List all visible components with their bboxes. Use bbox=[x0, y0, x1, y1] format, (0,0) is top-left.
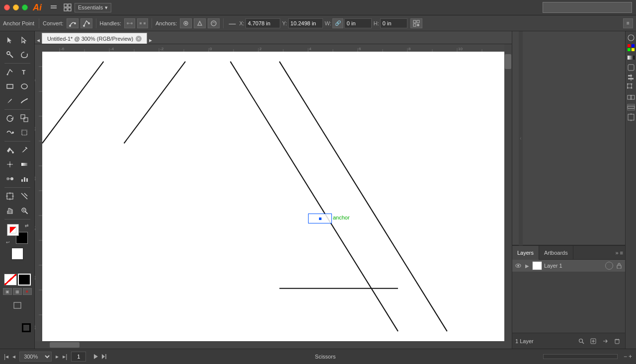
anchors-btn2[interactable] bbox=[194, 18, 206, 28]
layer-lock[interactable] bbox=[615, 262, 623, 270]
pathfinder-icon[interactable] bbox=[627, 93, 636, 102]
right-panel-icons bbox=[625, 31, 636, 349]
tab-close-btn[interactable]: × bbox=[136, 36, 142, 42]
selection-tool[interactable] bbox=[3, 33, 17, 47]
color-mode-gradient[interactable]: ▦ bbox=[13, 288, 22, 295]
direct-selection-tool[interactable] bbox=[17, 33, 31, 47]
bridge-button[interactable] bbox=[47, 2, 61, 13]
fill-swatch[interactable] bbox=[7, 224, 19, 236]
layer-item[interactable]: ▶ Layer 1 bbox=[512, 260, 625, 272]
mesh-tool[interactable] bbox=[3, 157, 17, 171]
svg-point-123 bbox=[628, 35, 634, 41]
swap-arrows[interactable]: ⇄ bbox=[25, 223, 29, 228]
transform-options-btn[interactable] bbox=[410, 18, 422, 28]
search-input[interactable] bbox=[543, 2, 632, 13]
scrollbar-thumb-v[interactable] bbox=[505, 54, 511, 69]
scale-tool[interactable] bbox=[17, 111, 31, 125]
minimize-button[interactable] bbox=[13, 4, 19, 10]
delete-layer-btn[interactable] bbox=[612, 336, 622, 346]
hand-tool[interactable] bbox=[3, 204, 17, 218]
type-tool[interactable]: T bbox=[17, 65, 31, 79]
convert-smooth-btn[interactable] bbox=[67, 18, 79, 28]
scrollbar-thumb-h[interactable] bbox=[50, 342, 80, 348]
arrange-button[interactable] bbox=[61, 2, 75, 13]
align-icon[interactable] bbox=[627, 73, 636, 82]
color-fill-display[interactable] bbox=[4, 274, 17, 286]
page-number-input[interactable] bbox=[71, 352, 86, 362]
rect-tool[interactable] bbox=[3, 79, 17, 93]
canvas-background[interactable]: anchor bbox=[42, 52, 504, 341]
reset-colors[interactable]: ↩ bbox=[6, 240, 10, 245]
search-layers-btn[interactable] bbox=[576, 336, 586, 346]
x-input[interactable] bbox=[245, 18, 280, 28]
magic-wand-tool[interactable] bbox=[3, 48, 17, 62]
zoom-tool[interactable] bbox=[17, 204, 31, 218]
gradient-icon[interactable] bbox=[627, 53, 636, 62]
document-tab[interactable]: Untitled-1* @ 300% (RGB/Preview) × bbox=[42, 33, 147, 44]
anchors-btn1[interactable] bbox=[180, 18, 192, 28]
layer-visibility-toggle[interactable] bbox=[514, 262, 522, 270]
nav-next-btn[interactable]: ▸ bbox=[56, 353, 59, 360]
fill-box[interactable] bbox=[11, 247, 24, 260]
free-transform-tool[interactable] bbox=[17, 126, 31, 140]
color-stroke-display[interactable] bbox=[18, 274, 31, 286]
convert-corner-btn[interactable] bbox=[80, 18, 92, 28]
tab-scroll-right[interactable]: ▸ bbox=[147, 37, 154, 44]
w-input[interactable] bbox=[344, 18, 372, 28]
vertical-scrollbar[interactable] bbox=[504, 44, 512, 341]
artboard[interactable]: anchor bbox=[42, 52, 504, 341]
slice-tool[interactable] bbox=[17, 189, 31, 203]
maximize-button[interactable] bbox=[22, 4, 28, 10]
nav-first-btn[interactable]: |◂ bbox=[4, 353, 8, 360]
horizontal-scrollbar[interactable] bbox=[35, 341, 504, 349]
options-extra-btn[interactable]: ≡ bbox=[623, 18, 633, 28]
nav-prev-btn[interactable]: ◂ bbox=[12, 353, 15, 360]
stroke-box[interactable] bbox=[22, 323, 31, 332]
gradient-tool[interactable] bbox=[17, 157, 31, 171]
color-mode-none[interactable]: ✕ bbox=[23, 288, 32, 295]
zoom-select[interactable]: 300% 200% 100% 50% bbox=[19, 352, 52, 362]
rotate-tool[interactable] bbox=[3, 111, 17, 125]
h-input[interactable] bbox=[380, 18, 407, 28]
panel-collapse-handle-left[interactable]: ‹ bbox=[519, 31, 523, 245]
eyedropper-tool[interactable] bbox=[17, 143, 31, 157]
close-button[interactable] bbox=[4, 4, 10, 10]
link-btn[interactable]: 🔗 bbox=[332, 18, 343, 28]
layer-target[interactable] bbox=[605, 262, 613, 270]
tab-scroll-left[interactable]: ◂ bbox=[35, 37, 42, 44]
canvas-wrapper[interactable]: -6 -4 -2 0 2 bbox=[35, 44, 512, 349]
zoom-in-btn[interactable]: + bbox=[629, 353, 632, 360]
anchors-btn3[interactable] bbox=[208, 18, 220, 28]
screen-mode-btn[interactable] bbox=[9, 298, 25, 312]
swatches-icon[interactable] bbox=[627, 43, 636, 52]
y-input[interactable] bbox=[288, 18, 323, 28]
pen-tool[interactable] bbox=[3, 65, 17, 79]
artboard-tool[interactable] bbox=[3, 189, 17, 203]
appearance-icon[interactable] bbox=[627, 63, 636, 72]
paintbucket-tool[interactable] bbox=[3, 143, 17, 157]
smooth-tool[interactable] bbox=[17, 94, 31, 108]
move-to-layer-btn[interactable] bbox=[600, 336, 610, 346]
panel-menu-icon[interactable]: ≡ bbox=[620, 250, 623, 256]
new-layer-btn[interactable] bbox=[588, 336, 598, 346]
zoom-out-btn[interactable]: − bbox=[624, 353, 627, 360]
layers-icon[interactable] bbox=[627, 103, 636, 112]
workspace-selector[interactable]: Essentials ▾ bbox=[75, 3, 111, 12]
nav-last-btn[interactable]: ▸| bbox=[63, 353, 67, 360]
tab-layers[interactable]: Layers bbox=[512, 246, 539, 260]
artboards-panel-icon[interactable] bbox=[627, 113, 636, 122]
color-icon[interactable] bbox=[627, 33, 636, 42]
warp-tool[interactable] bbox=[3, 126, 17, 140]
tab-artboards[interactable]: Artboards bbox=[539, 246, 573, 260]
ellipse-tool[interactable] bbox=[17, 79, 31, 93]
lasso-tool[interactable] bbox=[17, 48, 31, 62]
layer-expand-arrow[interactable]: ▶ bbox=[524, 263, 530, 269]
handles-btn1[interactable] bbox=[124, 18, 135, 28]
graph-tool[interactable] bbox=[17, 172, 31, 186]
panel-expand-icon[interactable]: » bbox=[615, 250, 618, 256]
handles-btn2[interactable] bbox=[137, 18, 148, 28]
blend-tool[interactable] bbox=[3, 172, 17, 186]
pencil-tool[interactable] bbox=[3, 94, 17, 108]
color-mode-normal[interactable]: ▣ bbox=[3, 288, 12, 295]
transform-icon[interactable] bbox=[627, 83, 636, 92]
